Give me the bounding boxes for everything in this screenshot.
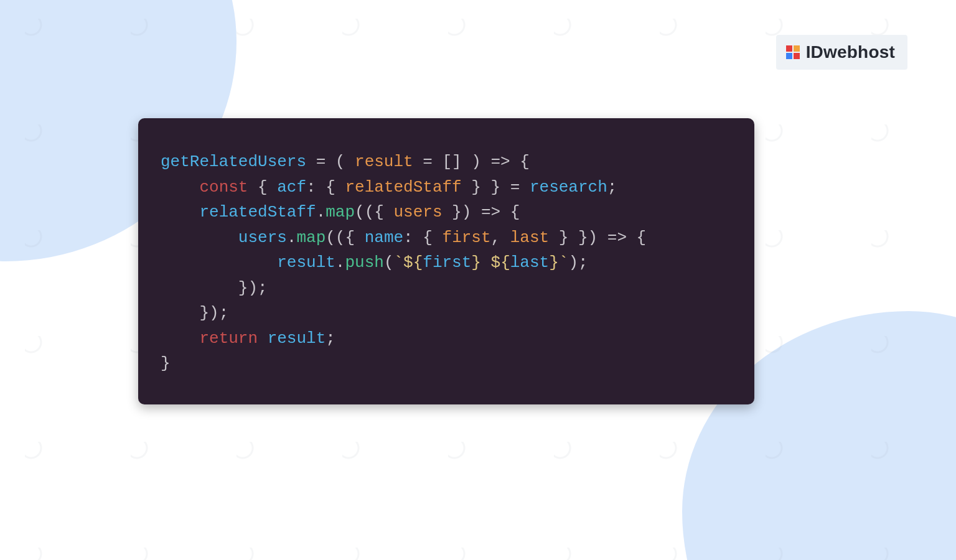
code-snippet-card: getRelatedUsers = ( result = [] ) => { c… <box>138 118 754 404</box>
brand-logo-icon <box>786 45 800 59</box>
brand-badge: IDwebhost <box>776 35 907 70</box>
code-token-function: getRelatedUsers <box>161 152 306 171</box>
brand-name: IDwebhost <box>806 42 895 62</box>
code-snippet: getRelatedUsers = ( result = [] ) => { c… <box>161 149 729 376</box>
